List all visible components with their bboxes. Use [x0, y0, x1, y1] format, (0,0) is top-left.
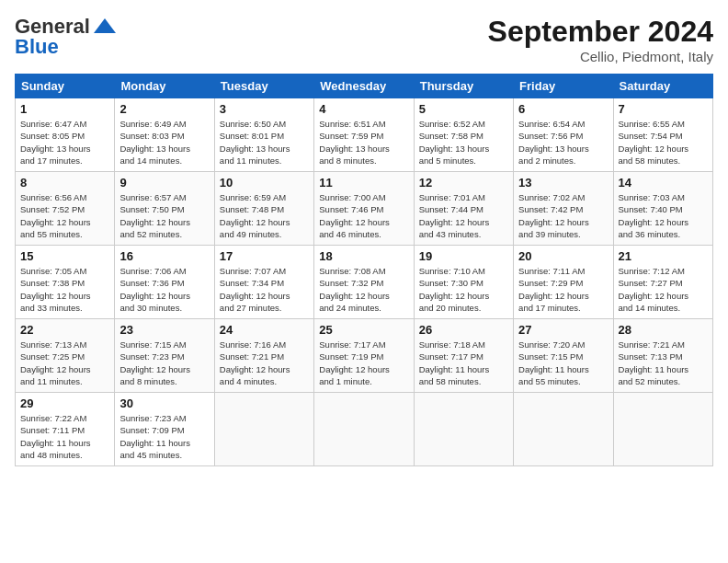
table-row: 21Sunrise: 7:12 AM Sunset: 7:27 PM Dayli… — [613, 246, 712, 319]
day-info: Sunrise: 7:01 AM Sunset: 7:44 PM Dayligh… — [419, 191, 508, 240]
table-row: 8Sunrise: 6:56 AM Sunset: 7:52 PM Daylig… — [16, 172, 115, 246]
table-row: 12Sunrise: 7:01 AM Sunset: 7:44 PM Dayli… — [414, 172, 513, 246]
month-title: September 2024 — [488, 15, 713, 49]
table-row: 28Sunrise: 7:21 AM Sunset: 7:13 PM Dayli… — [613, 319, 712, 393]
day-info: Sunrise: 7:17 AM Sunset: 7:19 PM Dayligh… — [319, 339, 408, 387]
table-row: 14Sunrise: 7:03 AM Sunset: 7:40 PM Dayli… — [613, 172, 712, 246]
table-row: 7Sunrise: 6:55 AM Sunset: 7:54 PM Daylig… — [613, 98, 712, 172]
day-number: 24 — [220, 323, 309, 337]
table-row: 5Sunrise: 6:52 AM Sunset: 7:58 PM Daylig… — [414, 98, 513, 172]
table-row — [613, 393, 712, 466]
day-number: 19 — [419, 249, 508, 263]
day-number: 1 — [20, 102, 109, 116]
table-row: 9Sunrise: 6:57 AM Sunset: 7:50 PM Daylig… — [115, 172, 214, 246]
table-row: 19Sunrise: 7:10 AM Sunset: 7:30 PM Dayli… — [414, 246, 513, 319]
day-number: 23 — [119, 323, 209, 337]
page: General Blue September 2024 Cellio, Pied… — [0, 0, 728, 563]
day-info: Sunrise: 7:10 AM Sunset: 7:30 PM Dayligh… — [419, 265, 508, 314]
day-number: 9 — [119, 176, 209, 190]
calendar-week-3: 22Sunrise: 7:13 AM Sunset: 7:25 PM Dayli… — [16, 319, 713, 393]
day-info: Sunrise: 6:50 AM Sunset: 8:01 PM Dayligh… — [220, 118, 309, 167]
day-number: 8 — [20, 176, 109, 190]
day-info: Sunrise: 6:56 AM Sunset: 7:52 PM Dayligh… — [20, 191, 109, 240]
day-info: Sunrise: 6:47 AM Sunset: 8:05 PM Dayligh… — [20, 118, 109, 167]
table-row: 27Sunrise: 7:20 AM Sunset: 7:15 PM Dayli… — [514, 319, 613, 393]
day-number: 11 — [319, 176, 408, 190]
calendar-week-4: 29Sunrise: 7:22 AM Sunset: 7:11 PM Dayli… — [16, 393, 713, 466]
table-row: 20Sunrise: 7:11 AM Sunset: 7:29 PM Dayli… — [514, 246, 613, 319]
day-info: Sunrise: 7:07 AM Sunset: 7:34 PM Dayligh… — [220, 265, 309, 314]
day-info: Sunrise: 7:02 AM Sunset: 7:42 PM Dayligh… — [518, 191, 608, 240]
day-number: 28 — [619, 323, 708, 337]
day-info: Sunrise: 7:18 AM Sunset: 7:17 PM Dayligh… — [419, 339, 508, 387]
table-row: 13Sunrise: 7:02 AM Sunset: 7:42 PM Dayli… — [514, 172, 613, 246]
day-number: 25 — [319, 323, 408, 337]
table-row: 24Sunrise: 7:16 AM Sunset: 7:21 PM Dayli… — [214, 319, 313, 393]
table-row — [414, 393, 513, 466]
day-info: Sunrise: 7:08 AM Sunset: 7:32 PM Dayligh… — [319, 265, 408, 314]
day-number: 22 — [20, 323, 109, 337]
table-row: 25Sunrise: 7:17 AM Sunset: 7:19 PM Dayli… — [314, 319, 414, 393]
day-info: Sunrise: 7:05 AM Sunset: 7:38 PM Dayligh… — [20, 265, 109, 314]
day-info: Sunrise: 7:20 AM Sunset: 7:15 PM Dayligh… — [518, 339, 608, 387]
table-row: 17Sunrise: 7:07 AM Sunset: 7:34 PM Dayli… — [214, 246, 313, 319]
day-number: 16 — [119, 249, 209, 263]
day-info: Sunrise: 7:00 AM Sunset: 7:46 PM Dayligh… — [319, 191, 408, 240]
calendar-week-1: 8Sunrise: 6:56 AM Sunset: 7:52 PM Daylig… — [16, 172, 713, 246]
day-number: 10 — [220, 176, 309, 190]
table-row: 2Sunrise: 6:49 AM Sunset: 8:03 PM Daylig… — [115, 98, 214, 172]
table-row — [214, 393, 313, 466]
day-info: Sunrise: 7:13 AM Sunset: 7:25 PM Dayligh… — [20, 339, 109, 387]
col-monday: Monday — [115, 75, 214, 98]
table-row: 22Sunrise: 7:13 AM Sunset: 7:25 PM Dayli… — [16, 319, 115, 393]
table-row: 30Sunrise: 7:23 AM Sunset: 7:09 PM Dayli… — [115, 393, 214, 466]
day-info: Sunrise: 6:52 AM Sunset: 7:58 PM Dayligh… — [419, 118, 508, 167]
table-row: 6Sunrise: 6:54 AM Sunset: 7:56 PM Daylig… — [514, 98, 613, 172]
table-row — [314, 393, 414, 466]
calendar-table: Sunday Monday Tuesday Wednesday Thursday… — [15, 74, 713, 466]
table-row: 26Sunrise: 7:18 AM Sunset: 7:17 PM Dayli… — [414, 319, 513, 393]
calendar-header-row: Sunday Monday Tuesday Wednesday Thursday… — [16, 75, 713, 98]
location: Cellio, Piedmont, Italy — [488, 49, 713, 64]
day-number: 4 — [319, 102, 408, 116]
day-number: 15 — [20, 249, 109, 263]
day-info: Sunrise: 7:15 AM Sunset: 7:23 PM Dayligh… — [119, 339, 209, 387]
day-info: Sunrise: 7:11 AM Sunset: 7:29 PM Dayligh… — [518, 265, 608, 314]
table-row: 18Sunrise: 7:08 AM Sunset: 7:32 PM Dayli… — [314, 246, 414, 319]
table-row: 29Sunrise: 7:22 AM Sunset: 7:11 PM Dayli… — [16, 393, 115, 466]
day-number: 26 — [419, 323, 508, 337]
logo: General Blue — [15, 15, 118, 59]
table-row: 15Sunrise: 7:05 AM Sunset: 7:38 PM Dayli… — [16, 246, 115, 319]
day-info: Sunrise: 6:51 AM Sunset: 7:59 PM Dayligh… — [319, 118, 408, 167]
day-info: Sunrise: 7:21 AM Sunset: 7:13 PM Dayligh… — [619, 339, 708, 387]
day-info: Sunrise: 6:49 AM Sunset: 8:03 PM Dayligh… — [119, 118, 209, 167]
day-info: Sunrise: 7:22 AM Sunset: 7:11 PM Dayligh… — [20, 412, 109, 461]
logo-icon — [92, 17, 118, 37]
day-number: 13 — [518, 176, 608, 190]
day-number: 7 — [619, 102, 708, 116]
day-number: 21 — [619, 249, 708, 263]
day-info: Sunrise: 6:54 AM Sunset: 7:56 PM Dayligh… — [518, 118, 608, 167]
day-number: 18 — [319, 249, 408, 263]
svg-marker-0 — [94, 18, 116, 33]
col-sunday: Sunday — [16, 75, 115, 98]
day-number: 29 — [20, 396, 109, 410]
day-info: Sunrise: 6:55 AM Sunset: 7:54 PM Dayligh… — [619, 118, 708, 167]
day-number: 27 — [518, 323, 608, 337]
day-number: 6 — [518, 102, 608, 116]
logo-blue: Blue — [15, 35, 59, 59]
table-row: 11Sunrise: 7:00 AM Sunset: 7:46 PM Dayli… — [314, 172, 414, 246]
day-info: Sunrise: 6:57 AM Sunset: 7:50 PM Dayligh… — [119, 191, 209, 240]
table-row: 3Sunrise: 6:50 AM Sunset: 8:01 PM Daylig… — [214, 98, 313, 172]
col-friday: Friday — [514, 75, 613, 98]
col-thursday: Thursday — [414, 75, 513, 98]
table-row: 4Sunrise: 6:51 AM Sunset: 7:59 PM Daylig… — [314, 98, 414, 172]
table-row: 10Sunrise: 6:59 AM Sunset: 7:48 PM Dayli… — [214, 172, 313, 246]
day-number: 5 — [419, 102, 508, 116]
day-number: 3 — [220, 102, 309, 116]
col-tuesday: Tuesday — [214, 75, 313, 98]
day-info: Sunrise: 7:23 AM Sunset: 7:09 PM Dayligh… — [119, 412, 209, 461]
day-info: Sunrise: 6:59 AM Sunset: 7:48 PM Dayligh… — [220, 191, 309, 240]
day-number: 30 — [119, 396, 209, 410]
header: General Blue September 2024 Cellio, Pied… — [15, 15, 713, 64]
